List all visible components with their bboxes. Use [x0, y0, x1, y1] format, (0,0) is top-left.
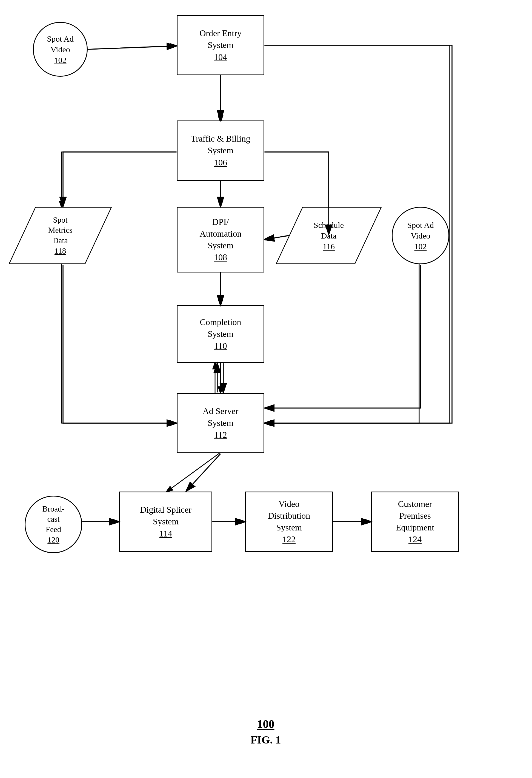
node-label: Spot AdVideo102: [407, 220, 434, 252]
node-spot-ad-video-top: Spot AdVideo102: [33, 22, 88, 77]
node-ref: 124: [408, 534, 422, 544]
figure-name: FIG. 1: [225, 733, 307, 746]
node-ref: 120: [48, 535, 60, 544]
node-completion: CompletionSystem110: [177, 305, 264, 363]
node-label: VideoDistributionSystem122: [268, 498, 310, 545]
arrows-svg: [0, 0, 532, 778]
node-label: Traffic & BillingSystem106: [191, 133, 250, 168]
svg-line-2: [88, 46, 177, 49]
node-ref: 122: [283, 534, 296, 544]
node-spot-metrics: SpotMetricsData118: [22, 207, 99, 264]
diagram: Spot AdVideo102 Order EntrySystem104 Tra…: [0, 0, 532, 778]
node-label: CompletionSystem110: [200, 316, 241, 352]
svg-line-9: [166, 452, 221, 492]
node-label: Ad ServerSystem112: [203, 405, 239, 441]
svg-line-18: [265, 235, 289, 240]
node-traffic-billing: Traffic & BillingSystem106: [177, 121, 264, 181]
svg-line-22: [186, 454, 221, 491]
figure-ref: 100: [225, 717, 307, 730]
node-ref: 106: [214, 157, 227, 167]
figure-label: 100 FIG. 1: [225, 717, 307, 746]
node-ref: 110: [214, 341, 227, 351]
node-customer-premises: CustomerPremisesEquipment124: [371, 491, 459, 552]
node-broadcast-feed: Broad-castFeed120: [25, 496, 82, 553]
node-ref: 108: [214, 252, 227, 262]
node-video-distribution: VideoDistributionSystem122: [245, 491, 333, 552]
node-spot-ad-video-right: Spot AdVideo102: [392, 207, 449, 264]
node-order-entry: Order EntrySystem104: [177, 15, 264, 75]
node-ref: 116: [323, 241, 335, 252]
node-ref: 102: [414, 242, 427, 251]
node-ref: 112: [214, 430, 227, 440]
node-ref: 102: [54, 56, 67, 65]
node-ref: 104: [214, 52, 227, 62]
svg-line-5: [263, 235, 290, 240]
node-schedule-data: ScheduleData116: [289, 207, 369, 264]
node-label: Broad-castFeed120: [43, 504, 65, 545]
node-ref: 118: [55, 246, 66, 256]
node-label: CustomerPremisesEquipment124: [396, 498, 434, 545]
node-dpi-automation: DPI/AutomationSystem108: [177, 207, 264, 273]
node-ref: 114: [159, 529, 172, 538]
node-ad-server: Ad ServerSystem112: [177, 393, 264, 453]
node-label: DPI/AutomationSystem108: [200, 216, 242, 263]
arrows-svg-2: [0, 0, 532, 778]
node-digital-splicer: Digital SplicerSystem114: [119, 491, 212, 552]
node-label: Order EntrySystem104: [200, 27, 242, 63]
node-label: Spot AdVideo102: [47, 33, 74, 66]
svg-line-15: [88, 46, 176, 49]
node-label: Digital SplicerSystem114: [140, 504, 192, 540]
